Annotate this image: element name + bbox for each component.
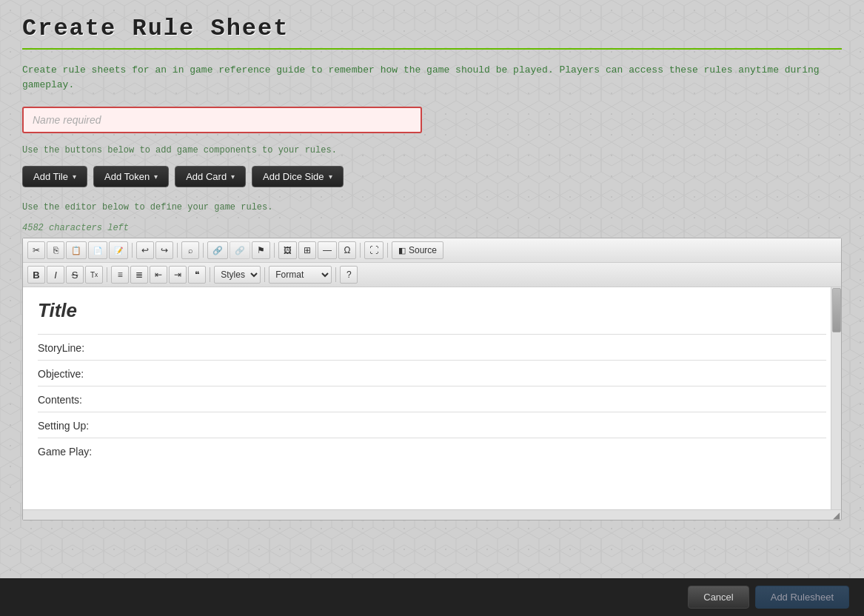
paste-word-button[interactable]: 📝	[109, 241, 128, 259]
find-replace-button[interactable]: ⌕	[181, 241, 199, 259]
add-token-button[interactable]: Add Token ▾	[93, 166, 169, 187]
tb-sep-6	[387, 243, 388, 258]
editor-helper-text: Use the editor below to define your game…	[22, 202, 842, 212]
styles-dropdown[interactable]: Styles	[214, 266, 261, 284]
editor-divider-5	[38, 438, 826, 438]
ruleset-name-input[interactable]	[22, 107, 422, 133]
copy-button[interactable]: ⎘	[47, 241, 64, 259]
tb-sep-2	[177, 243, 178, 258]
add-components-row: Add Tile ▾ Add Token ▾ Add Card ▾ Add Di…	[22, 166, 842, 187]
toolbar-row-2: B I S Tx ≡ ≣ ⇤ ⇥ ❝ Styles Format Normal …	[23, 263, 841, 287]
editor-divider-4	[38, 412, 826, 412]
contents-label: Contents:	[38, 394, 826, 406]
add-tile-button[interactable]: Add Tile ▾	[22, 166, 87, 187]
chars-left-label: 4582 characters left	[22, 223, 842, 233]
resize-icon: ◢	[833, 510, 840, 520]
undo-button[interactable]: ↩	[136, 241, 154, 259]
bold-button[interactable]: B	[27, 266, 45, 284]
game-play-label: Game Play:	[38, 446, 826, 458]
setting-up-label: Setting Up:	[38, 420, 826, 432]
editor-divider-1	[38, 334, 826, 335]
scrollbar-thumb[interactable]	[832, 288, 841, 332]
title-divider	[22, 48, 842, 50]
hline-button[interactable]: —	[318, 241, 337, 259]
table-button[interactable]: ⊞	[298, 241, 316, 259]
tb-sep-5	[360, 243, 361, 258]
tb-sep-4	[274, 243, 275, 258]
special-char-button[interactable]: Ω	[338, 241, 356, 259]
tb-sep-8	[210, 267, 210, 282]
cancel-button[interactable]: Cancel	[688, 586, 749, 609]
paste-text-button[interactable]: 📄	[88, 241, 107, 259]
ordered-list-button[interactable]: ≡	[111, 266, 129, 284]
tb-sep-10	[335, 267, 336, 282]
format-dropdown[interactable]: Format Normal Heading 1 Heading 2 Headin…	[269, 266, 332, 284]
source-icon: ◧	[398, 246, 406, 255]
add-token-arrow: ▾	[154, 173, 158, 181]
page-title: Create Rule Sheet	[22, 15, 842, 42]
tb-sep-7	[107, 267, 107, 282]
add-card-arrow: ▾	[231, 173, 235, 181]
editor-divider-2	[38, 360, 826, 361]
add-dice-side-button[interactable]: Add Dice Side ▾	[252, 166, 343, 187]
add-tile-arrow: ▾	[73, 173, 76, 181]
add-card-button[interactable]: Add Card ▾	[175, 166, 246, 187]
unlink-button[interactable]: 🔗	[230, 241, 250, 259]
objective-label: Objective:	[38, 368, 826, 380]
unordered-list-button[interactable]: ≣	[130, 266, 148, 284]
editor-content-area[interactable]: Title StoryLine: Objective: Contents: Se…	[23, 287, 841, 509]
redo-button[interactable]: ↪	[155, 241, 173, 259]
anchor-button[interactable]: ⚑	[252, 241, 270, 259]
editor-wrapper: ✂ ⎘ 📋 📄 📝 ↩ ↪ ⌕ 🔗 🔗 ⚑ 🖼 ⊞ — Ω	[22, 238, 842, 520]
maximize-button[interactable]: ⛶	[364, 241, 384, 259]
indent-button[interactable]: ⇥	[169, 266, 187, 284]
help-button[interactable]: ?	[340, 266, 358, 284]
add-rulesheet-button[interactable]: Add Rulesheet	[755, 586, 849, 609]
storyline-label: StoryLine:	[38, 342, 826, 354]
editor-divider-3	[38, 386, 826, 386]
remove-format-button[interactable]: Tx	[85, 266, 103, 284]
scrollbar-track[interactable]	[831, 287, 841, 509]
blockquote-button[interactable]: ❝	[188, 266, 206, 284]
editor-resize-handle[interactable]: ◢	[23, 509, 841, 520]
tb-sep-3	[203, 243, 204, 258]
toolbar-row-1: ✂ ⎘ 📋 📄 📝 ↩ ↪ ⌕ 🔗 🔗 ⚑ 🖼 ⊞ — Ω	[23, 238, 841, 263]
cut-button[interactable]: ✂	[27, 241, 45, 259]
outdent-button[interactable]: ⇤	[150, 266, 167, 284]
tb-sep-1	[132, 243, 133, 258]
add-dice-side-arrow: ▾	[329, 173, 332, 181]
editor-section: Use the editor below to define your game…	[22, 202, 842, 520]
bottom-bar: Cancel Add Rulesheet	[0, 578, 864, 616]
italic-button[interactable]: I	[47, 266, 64, 284]
page-description: Create rule sheets for an in game refere…	[22, 63, 842, 92]
paste-button[interactable]: 📋	[66, 241, 87, 259]
tb-sep-9	[264, 267, 265, 282]
image-button[interactable]: 🖼	[278, 241, 297, 259]
strikethrough-button[interactable]: S	[66, 266, 84, 284]
buttons-helper-text: Use the buttons below to add game compon…	[22, 145, 842, 155]
editor-scroll-area: Title StoryLine: Objective: Contents: Se…	[23, 287, 841, 509]
link-button[interactable]: 🔗	[207, 241, 228, 259]
editor-title-placeholder: Title	[38, 299, 826, 322]
source-button[interactable]: ◧ Source	[392, 241, 443, 259]
source-label: Source	[409, 245, 437, 255]
